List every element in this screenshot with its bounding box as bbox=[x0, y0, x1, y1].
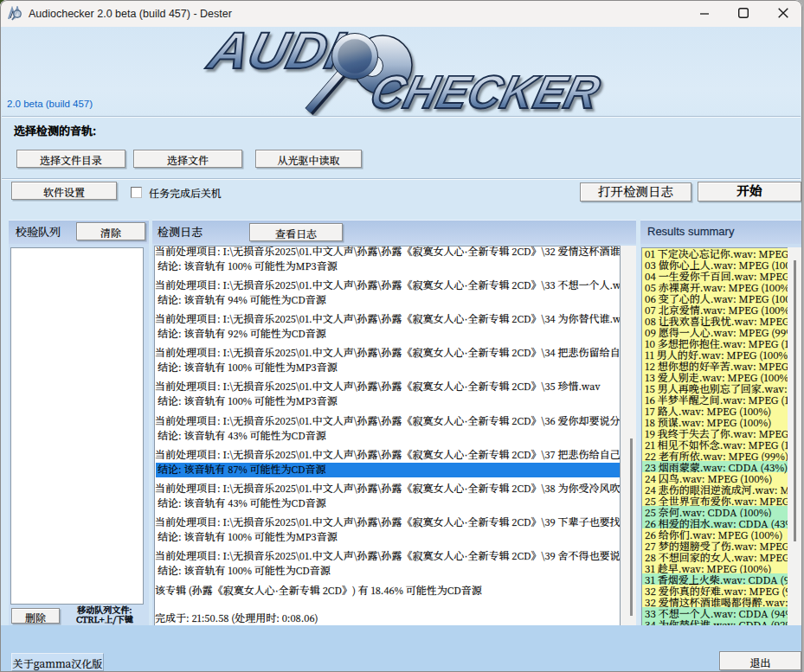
svg-text:AUDI: AUDI bbox=[202, 27, 351, 80]
svg-text:CHECKER: CHECKER bbox=[365, 66, 606, 116]
